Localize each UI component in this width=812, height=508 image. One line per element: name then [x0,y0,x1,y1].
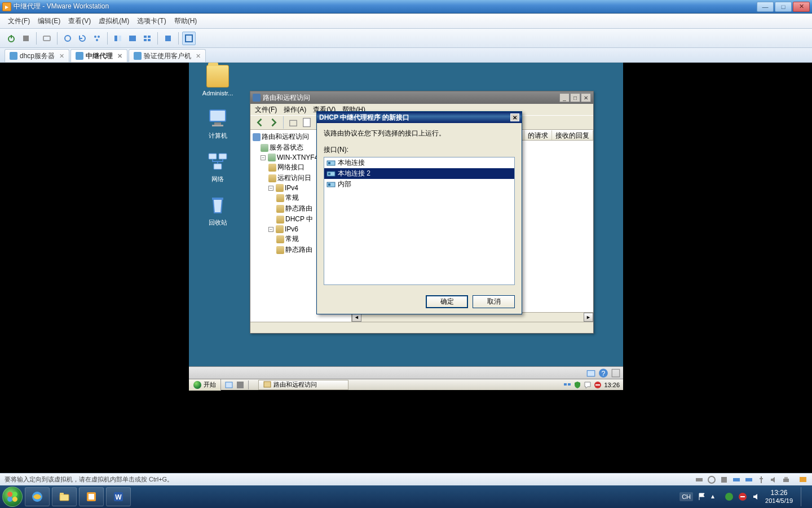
collapse-icon[interactable]: − [261,155,266,160]
interface-listbox[interactable]: 本地连接 本地连接 2 内部 [324,157,515,285]
svg-rect-49 [733,478,740,481]
view-console-button[interactable] [126,32,139,45]
tray-security-icon[interactable] [573,381,581,389]
guest-start-button[interactable]: 开始 [189,379,221,391]
cancel-button[interactable]: 取消 [473,295,515,308]
help-icon[interactable]: ? [598,368,608,378]
desktop-icon-network[interactable]: 网络 [195,150,240,183]
tray-flag-icon[interactable] [698,492,707,501]
desktop-peek-icon[interactable] [586,368,596,378]
rras-close-button[interactable]: ✕ [581,93,591,102]
nic-icon [326,181,336,189]
vm-tab-verify-client[interactable]: 验证使用客户机 ✕ [129,49,206,62]
vm-tab-relay-agent[interactable]: 中继代理 ✕ [70,49,127,62]
tray-network-icon[interactable] [563,381,571,389]
device-nic1-icon[interactable] [732,475,741,484]
snapshot-revert-button[interactable] [76,32,89,45]
menu-edit[interactable]: 编辑(E) [38,16,60,26]
language-indicator[interactable]: CH [679,492,693,501]
vm-viewport[interactable]: Administr... 计算机 网络 回收站 [0,63,812,473]
svg-rect-16 [186,35,192,42]
properties-button[interactable] [301,116,313,129]
dialog-close-button[interactable]: ✕ [510,113,519,121]
device-hdd-icon[interactable] [695,475,704,484]
options-icon[interactable] [611,368,621,378]
device-nic2-icon[interactable] [744,475,753,484]
view-single-button[interactable] [111,32,125,45]
power-on-button[interactable] [5,32,18,45]
collapse-icon[interactable]: − [268,186,273,191]
scroll-right-button[interactable]: ► [584,313,593,322]
menu-vm[interactable]: 虚拟机(M) [99,16,129,26]
send-ctrl-alt-del-button[interactable] [40,32,54,45]
menu-tabs[interactable]: 选项卡(T) [137,16,166,26]
ql-show-desktop-icon[interactable] [224,380,233,389]
nav-back-button[interactable] [254,116,266,129]
host-tray-clock[interactable]: 13:26 2014/5/19 [765,489,793,503]
tab-close-icon[interactable]: ✕ [59,52,64,60]
interface-item-internal[interactable]: 内部 [324,179,514,190]
rras-menu-action[interactable]: 操作(A) [284,105,306,115]
ql-server-manager-icon[interactable] [236,380,245,389]
rras-window-title: 路由和远程访问 [263,93,559,103]
menu-file[interactable]: 文件(F) [8,16,30,26]
rras-maximize-button[interactable]: □ [570,93,580,102]
device-usb-icon[interactable] [757,475,766,484]
tray-safe360-icon[interactable] [725,492,734,501]
rras-titlebar[interactable]: 路由和远程访问 _ □ ✕ [250,91,593,104]
rras-minimize-button[interactable]: _ [559,93,570,102]
host-close-button[interactable]: ✕ [793,2,810,12]
view-thumbnail-button[interactable] [140,32,154,45]
guest-taskbar-task-rras[interactable]: 路由和远程访问 [258,380,348,390]
column-header-requests[interactable]: 的请求 [524,130,552,140]
desktop-icon-administrator[interactable]: Administr... [195,65,240,97]
device-cd-icon[interactable] [707,475,716,484]
tab-close-icon[interactable]: ✕ [196,52,201,60]
ok-button[interactable]: 确定 [426,295,468,308]
taskbar-word-button[interactable]: W [106,487,131,506]
vm-tab-dhcp-server[interactable]: dhcp服务器 ✕ [5,49,69,62]
host-start-button[interactable] [2,487,23,507]
menu-view[interactable]: 查看(V) [68,16,91,26]
svg-rect-32 [328,173,330,175]
tray-hidden-icons-button[interactable]: ▴ [711,492,720,501]
tray-blocked-icon[interactable] [594,381,602,389]
dialog-titlebar[interactable]: DHCP 中继代理程序 的新接口 ✕ [317,112,522,123]
guest-desktop[interactable]: Administr... 计算机 网络 回收站 [189,63,623,390]
taskbar-vmware-button[interactable] [79,487,104,506]
desktop-icon-recycle-bin[interactable]: 回收站 [195,194,240,227]
desktop-icon-label: 网络 [195,175,240,183]
unity-button[interactable] [161,32,175,45]
taskbar-explorer-button[interactable] [52,487,77,506]
show-desktop-button[interactable] [801,487,806,506]
device-printer-icon[interactable] [782,475,791,484]
rras-menu-file[interactable]: 文件(F) [255,105,277,115]
host-maximize-button[interactable]: □ [775,2,792,12]
host-minimize-button[interactable]: — [757,2,774,12]
snapshot-manager-button[interactable] [90,32,104,45]
up-button[interactable] [287,116,299,129]
device-floppy-icon[interactable] [720,475,729,484]
svg-rect-43 [568,383,571,386]
guest-tray-clock[interactable]: 13:26 [604,382,620,388]
tray-blocked-icon[interactable] [738,492,747,501]
host-taskbar: W CH ▴ 13:26 2014/5/19 [0,485,812,508]
menu-help[interactable]: 帮助(H) [174,16,197,26]
device-message-icon[interactable] [798,475,807,484]
desktop-icon-computer[interactable]: 计算机 [195,107,240,140]
taskbar-ie-button[interactable] [25,487,50,506]
column-header-replies[interactable]: 接收的回复 [552,130,593,140]
interface-item-local-2[interactable]: 本地连接 2 [324,168,514,179]
power-menu-button[interactable] [19,32,33,45]
fullscreen-button[interactable] [182,32,196,45]
nav-forward-button[interactable] [267,116,280,129]
device-sound-icon[interactable] [769,475,778,484]
svg-rect-9 [118,36,121,41]
snapshot-take-button[interactable] [61,32,74,45]
collapse-icon[interactable]: − [268,227,273,232]
interface-item-local-1[interactable]: 本地连接 [324,157,514,168]
tray-volume-icon[interactable] [752,492,761,501]
tab-close-icon[interactable]: ✕ [117,52,122,60]
svg-text:?: ? [602,369,606,377]
tray-action-center-icon[interactable] [584,381,592,389]
